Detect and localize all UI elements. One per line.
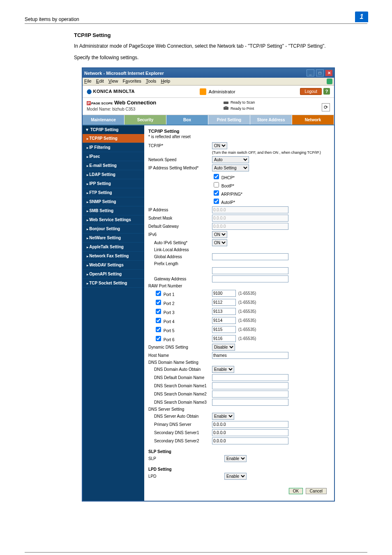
host-input[interactable] [212, 352, 288, 359]
port3-check[interactable]: Port 3 [148, 308, 212, 315]
autoip-check[interactable]: AutoIP* [212, 197, 330, 205]
svg-rect-0 [224, 102, 228, 104]
sidebar-item-snmp[interactable]: SNMP Setting [83, 197, 144, 206]
admin-label: Administrator [209, 89, 235, 94]
dnss1-input[interactable] [212, 382, 288, 389]
port6-check[interactable]: Port 6 [148, 335, 212, 342]
secdns1-input[interactable] [212, 429, 288, 436]
subnet-input [212, 215, 288, 222]
dyndns-select[interactable]: Disable [212, 344, 235, 351]
dnss3-input[interactable] [212, 399, 288, 406]
sidebar-item-openapi[interactable]: OpenAPI Setting [83, 270, 144, 279]
tab-maintenance[interactable]: Maintenance [83, 115, 125, 125]
menu-edit[interactable]: Edit [96, 79, 104, 83]
raw-head: RAW Port Number [148, 284, 330, 288]
port5-input[interactable] [212, 326, 236, 333]
menu-tools[interactable]: Tools [146, 79, 157, 83]
close-icon[interactable]: ✕ [325, 70, 332, 76]
sidebar-item-networkfax[interactable]: Network Fax Setting [83, 252, 144, 261]
tab-print-setting[interactable]: Print Setting [208, 115, 250, 125]
sidebar-item-netware[interactable]: NetWare Setting [83, 234, 144, 243]
lpd-head: LPD Setting [148, 467, 330, 472]
slp-select[interactable]: Enable [224, 455, 247, 462]
port4-check[interactable]: Port 4 [148, 317, 212, 324]
dnsdom-head: DNS Domain Name Setting [148, 360, 330, 365]
sidebar-item-ipfiltering[interactable]: IP Filtering [83, 143, 144, 152]
dnsdom-auto-label: DNS Domain Auto Obtain [148, 367, 212, 372]
logout-button[interactable]: Logout [300, 88, 322, 95]
sidebar-item-bonjour[interactable]: Bonjour Setting [83, 224, 144, 234]
intro-1: In Administrator mode of PageScope Web C… [74, 42, 343, 50]
gateway-label: Default Gateway [148, 224, 212, 229]
autov6-select[interactable]: ON [212, 239, 227, 246]
port4-input[interactable] [212, 317, 236, 324]
connection-title: PAGE SCOPE Web Connection [87, 99, 156, 106]
browser-window: Network - Microsoft Internet Explorer _ … [82, 67, 335, 502]
ipmethod-select[interactable]: Auto Setting [212, 164, 249, 171]
port2-input[interactable] [212, 299, 236, 306]
maximize-icon[interactable]: □ [316, 69, 324, 76]
ipv6-label: IPv6 [148, 232, 212, 237]
svg-rect-1 [224, 107, 228, 110]
secdns2-label: Secondary DNS Server2 [148, 439, 212, 443]
dnssrv-auto-label: DNS Server Auto Obtain [148, 414, 212, 419]
window-title: Network - Microsoft Internet Explorer [84, 71, 164, 76]
bootp-check[interactable]: BootP* [212, 181, 330, 189]
port5-check[interactable]: Port 5 [148, 326, 212, 333]
dnsdef-input[interactable] [212, 374, 288, 381]
tab-network[interactable]: Network [292, 115, 334, 125]
tab-store-address[interactable]: Store Address [250, 115, 292, 125]
sidebar-item-appletalk[interactable]: AppleTalk Setting [83, 243, 144, 252]
port6-input[interactable] [212, 335, 236, 342]
port3-input[interactable] [212, 308, 236, 315]
svg-rect-2 [225, 106, 227, 107]
sidebar-item-smb[interactable]: SMB Setting [83, 206, 144, 215]
menu-help[interactable]: Help [161, 79, 170, 83]
section-title: TCP/IP Setting [74, 32, 343, 38]
sidebar-item-ftp[interactable]: FTP Setting [83, 188, 144, 197]
secdns2-input[interactable] [212, 437, 288, 444]
sidebar: TCP/IP Setting TCP/IP Setting IP Filteri… [83, 125, 144, 501]
prefix-input[interactable] [212, 267, 288, 274]
port2-check[interactable]: Port 2 [148, 298, 212, 306]
sidebar-item-ipsec[interactable]: IPsec [83, 152, 144, 161]
minimize-icon[interactable]: _ [307, 69, 314, 76]
primdns-input[interactable] [212, 421, 288, 428]
help-button[interactable]: ? [323, 88, 330, 95]
sidebar-item-tcpip[interactable]: TCP/IP Setting [83, 134, 144, 143]
arp-check[interactable]: ARP/PING* [212, 189, 330, 197]
menu-view[interactable]: View [108, 79, 118, 83]
tcpip-select[interactable]: ON [212, 142, 227, 149]
lpd-select[interactable]: Enable [224, 473, 247, 480]
netspeed-select[interactable]: Auto [212, 156, 249, 163]
dnssrv-auto-select[interactable]: Enable [212, 413, 234, 420]
gatewayaddr-input[interactable] [212, 275, 288, 282]
port1-check[interactable]: Port 1 [148, 289, 212, 297]
sidebar-head[interactable]: TCP/IP Setting [83, 125, 144, 134]
sidebar-item-ldap[interactable]: LDAP Setting [83, 170, 144, 179]
menu-file[interactable]: File [84, 79, 92, 83]
dhcp-check[interactable]: DHCP* [212, 173, 330, 180]
tab-box[interactable]: Box [166, 115, 208, 125]
port1-input[interactable] [212, 290, 236, 297]
menu-favorites[interactable]: Favorites [123, 79, 141, 83]
ok-button[interactable]: OK [289, 488, 303, 494]
sidebar-item-tcpsocket[interactable]: TCP Socket Setting [83, 279, 144, 288]
cancel-button[interactable]: Cancel [306, 488, 327, 494]
printer-icon [223, 106, 229, 111]
panel-title: TCP/IP Setting [148, 129, 330, 134]
ipaddr-label: IP Address [148, 208, 212, 212]
brand-logo: KONICA MINOLTA [87, 89, 135, 94]
sidebar-item-ipp[interactable]: IPP Setting [83, 179, 144, 188]
dnsdom-auto-select[interactable]: Enable [212, 366, 234, 373]
window-controls: _ □ ✕ [306, 69, 332, 76]
ipv6-select[interactable]: ON [212, 231, 227, 238]
sidebar-item-webservice[interactable]: Web Service Settings [83, 215, 144, 224]
sidebar-item-webdav[interactable]: WebDAV Settings [83, 261, 144, 270]
tab-security[interactable]: Security [125, 115, 166, 125]
gatewayaddr-label: Gateway Address [148, 277, 212, 281]
refresh-button[interactable]: ⟳ [322, 103, 330, 111]
dnss2-input[interactable] [212, 391, 288, 398]
sidebar-item-email[interactable]: E-mail Setting [83, 161, 144, 170]
global-input[interactable] [212, 253, 288, 260]
